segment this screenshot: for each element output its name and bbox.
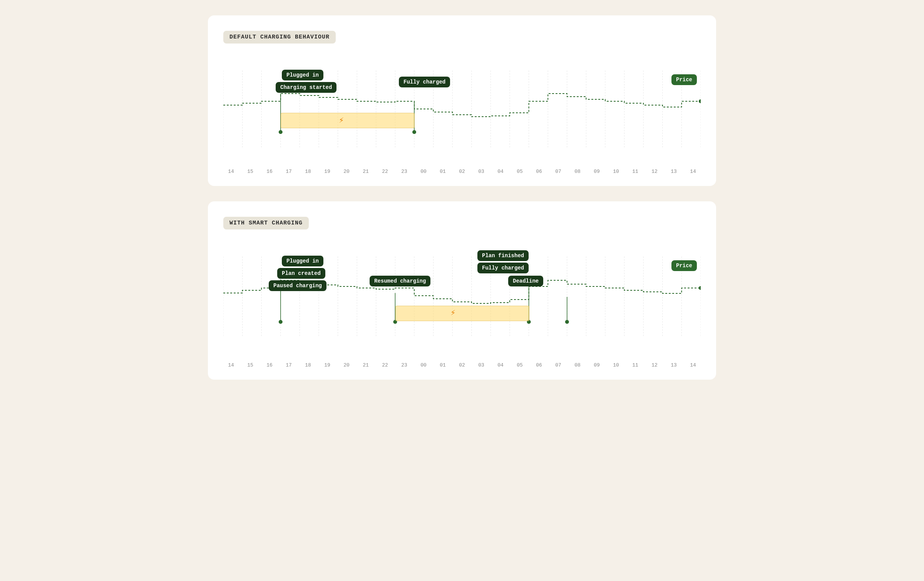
x-label-01: 01 xyxy=(435,169,450,174)
s-x-label-23: 23 xyxy=(397,362,412,368)
smart-plan-finished-tooltip: Plan finished xyxy=(477,250,529,261)
x-label-13: 13 xyxy=(666,169,681,174)
svg-point-29 xyxy=(412,130,416,134)
s-x-label-10: 10 xyxy=(608,362,624,368)
x-label-07: 07 xyxy=(551,169,566,174)
s-x-label-03: 03 xyxy=(474,362,489,368)
s-x-label-02: 02 xyxy=(454,362,470,368)
s-x-label-16: 16 xyxy=(262,362,277,368)
x-label-04: 04 xyxy=(493,169,508,174)
s-x-label-18: 18 xyxy=(300,362,316,368)
s-x-label-07: 07 xyxy=(551,362,566,368)
s-x-label-14a: 14 xyxy=(223,362,239,368)
x-label-00: 00 xyxy=(416,169,431,174)
smart-plan-created-tooltip: Plan created xyxy=(277,268,325,279)
default-x-axis: 14 15 16 17 18 19 20 21 22 23 00 01 02 0… xyxy=(223,169,701,174)
s-x-label-12: 12 xyxy=(647,362,662,368)
s-x-label-19: 19 xyxy=(320,362,335,368)
s-x-label-04: 04 xyxy=(493,362,508,368)
smart-price-tooltip: Price xyxy=(671,260,697,271)
s-x-label-09: 09 xyxy=(589,362,604,368)
default-fully-charged-tooltip: Fully charged xyxy=(399,77,450,87)
default-chart-area: ⚡ Plugged in Charging started Fully char… xyxy=(223,59,701,174)
s-x-label-21: 21 xyxy=(358,362,373,368)
x-label-14b: 14 xyxy=(685,169,701,174)
x-label-14a: 14 xyxy=(223,169,239,174)
s-x-label-08: 08 xyxy=(570,362,585,368)
s-x-label-13: 13 xyxy=(666,362,681,368)
x-label-21: 21 xyxy=(358,169,373,174)
s-x-label-22: 22 xyxy=(377,362,393,368)
default-charging-started-tooltip: Charging started xyxy=(276,82,336,93)
svg-point-65 xyxy=(699,286,701,290)
svg-point-30 xyxy=(699,99,701,103)
s-x-label-05: 05 xyxy=(512,362,527,368)
smart-deadline-tooltip: Deadline xyxy=(508,276,543,286)
x-label-20: 20 xyxy=(339,169,354,174)
s-x-label-17: 17 xyxy=(281,362,296,368)
svg-point-64 xyxy=(565,320,569,324)
svg-point-28 xyxy=(279,130,283,134)
s-x-label-20: 20 xyxy=(339,362,354,368)
x-label-11: 11 xyxy=(628,169,643,174)
default-pluggedin-tooltip: Plugged in xyxy=(282,70,323,80)
x-label-16: 16 xyxy=(262,169,277,174)
smart-resumed-charging-tooltip: Resumed charging xyxy=(370,276,430,286)
x-label-15: 15 xyxy=(243,169,258,174)
x-label-09: 09 xyxy=(589,169,604,174)
smart-chart-section: WITH SMART CHARGING xyxy=(208,201,716,380)
smart-pluggedin-tooltip: Plugged in xyxy=(282,256,323,266)
x-label-12: 12 xyxy=(647,169,662,174)
x-label-05: 05 xyxy=(512,169,527,174)
x-label-06: 06 xyxy=(531,169,547,174)
smart-fully-charged-tooltip: Fully charged xyxy=(477,263,529,273)
svg-point-61 xyxy=(279,320,283,324)
default-charge-bar xyxy=(281,113,415,128)
default-chart-section: DEFAULT CHARGING BEHAVIOUR xyxy=(208,15,716,186)
x-label-17: 17 xyxy=(281,169,296,174)
smart-paused-charging-tooltip: Paused charging xyxy=(269,280,326,291)
s-x-label-14b: 14 xyxy=(685,362,701,368)
x-label-18: 18 xyxy=(300,169,316,174)
x-label-23: 23 xyxy=(397,169,412,174)
s-x-label-01: 01 xyxy=(435,362,450,368)
page-container: DEFAULT CHARGING BEHAVIOUR xyxy=(208,15,716,380)
smart-charge-bar xyxy=(395,306,529,321)
s-x-label-11: 11 xyxy=(628,362,643,368)
default-section-label: DEFAULT CHARGING BEHAVIOUR xyxy=(223,31,336,44)
smart-section-label: WITH SMART CHARGING xyxy=(223,217,309,229)
x-label-10: 10 xyxy=(608,169,624,174)
x-label-22: 22 xyxy=(377,169,393,174)
x-label-02: 02 xyxy=(454,169,470,174)
x-label-03: 03 xyxy=(474,169,489,174)
default-lightning-icon: ⚡ xyxy=(339,115,344,126)
s-x-label-06: 06 xyxy=(531,362,547,368)
x-label-19: 19 xyxy=(320,169,335,174)
smart-x-axis: 14 15 16 17 18 19 20 21 22 23 00 01 02 0… xyxy=(223,362,701,368)
default-price-tooltip: Price xyxy=(671,74,697,85)
smart-chart-area: ⚡ Plugged in Plan created Paused chargin… xyxy=(223,245,701,368)
s-x-label-00: 00 xyxy=(416,362,431,368)
x-label-08: 08 xyxy=(570,169,585,174)
s-x-label-15: 15 xyxy=(243,362,258,368)
smart-lightning-icon: ⚡ xyxy=(450,308,455,318)
